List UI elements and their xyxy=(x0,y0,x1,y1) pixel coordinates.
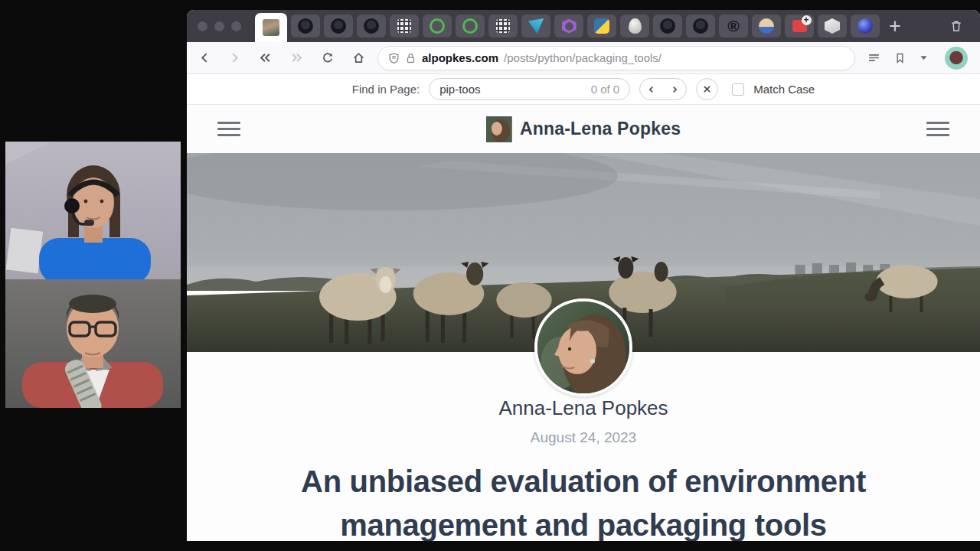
tracking-shield-icon[interactable] xyxy=(388,52,400,64)
post-title: An unbiased evaluation of environment ma… xyxy=(239,460,928,541)
find-input-pill: 0 of 0 xyxy=(429,78,630,100)
purple-hexagon-icon xyxy=(562,19,577,34)
tab-strip: ® xyxy=(255,10,880,42)
post-date: August 24, 2023 xyxy=(187,429,980,446)
menu-hamburger-icon-left[interactable] xyxy=(217,122,240,136)
github-icon xyxy=(364,18,379,34)
reader-mode-icon[interactable] xyxy=(867,52,880,64)
r-mark-icon: ® xyxy=(726,18,741,34)
video-tile-participant-2[interactable] xyxy=(5,279,181,408)
tab-teal-triangle[interactable] xyxy=(521,15,550,37)
tab-grid[interactable] xyxy=(488,15,518,37)
author-profile-photo xyxy=(534,298,632,396)
cube-icon xyxy=(825,18,840,34)
tab-red-plus[interactable] xyxy=(785,15,814,37)
history-back-button[interactable] xyxy=(259,52,272,64)
github-icon xyxy=(693,18,708,34)
post-author: Anna-Lena Popkes xyxy=(187,396,980,420)
site-brand[interactable]: Anna-Lena Popkes xyxy=(486,116,681,142)
find-in-page-label: Find in Page: xyxy=(352,83,420,96)
tab-github[interactable] xyxy=(291,15,320,37)
find-previous-button[interactable] xyxy=(640,79,663,99)
window-zoom-button[interactable] xyxy=(231,21,241,31)
tab-github[interactable] xyxy=(357,15,386,37)
tab-purple-hexagon[interactable] xyxy=(554,15,583,37)
tab-person[interactable] xyxy=(752,15,781,37)
toolbar-dropdown-caret-icon[interactable] xyxy=(920,54,928,61)
home-button[interactable] xyxy=(352,51,365,64)
teal-triangle-icon xyxy=(528,18,544,34)
window-controls xyxy=(198,21,241,31)
python-icon xyxy=(594,18,609,34)
video-tile-participant-1[interactable] xyxy=(5,142,181,279)
tab-green-ring[interactable] xyxy=(456,15,485,37)
history-forward-button[interactable] xyxy=(290,52,303,64)
participant-1-camera xyxy=(5,142,181,279)
lock-icon[interactable] xyxy=(405,52,416,64)
tab-cube[interactable] xyxy=(818,15,847,37)
tab-github[interactable] xyxy=(686,15,715,37)
profile-photo-icon xyxy=(263,19,279,36)
person-icon xyxy=(759,18,774,34)
match-case-label: Match Case xyxy=(753,83,815,96)
find-bar: Find in Page: 0 of 0 Match Case xyxy=(187,74,980,105)
site-brand-avatar xyxy=(486,116,512,142)
tab-bar: ® + xyxy=(187,10,980,42)
grid-icon xyxy=(496,19,510,33)
red-plus-icon xyxy=(792,20,807,32)
grid-icon xyxy=(397,19,411,33)
window-close-button[interactable] xyxy=(198,21,207,31)
participant-2-camera xyxy=(5,279,181,408)
tab-blue-sphere[interactable] xyxy=(851,15,880,37)
find-nav-buttons xyxy=(639,78,687,100)
tab-green-ring[interactable] xyxy=(423,15,452,37)
url-domain: alpopkes.com xyxy=(422,51,498,64)
github-icon xyxy=(298,18,313,34)
match-case-checkbox[interactable] xyxy=(732,83,744,96)
tab-github[interactable] xyxy=(653,15,682,37)
green-ring-icon xyxy=(462,18,478,34)
reload-button[interactable] xyxy=(322,52,334,64)
navigation-toolbar: alpopkes.com/posts/python/packaging_tool… xyxy=(187,42,980,74)
bookmark-icon[interactable] xyxy=(894,52,906,64)
site-title: Anna-Lena Popkes xyxy=(520,119,681,139)
tab-r-mark[interactable]: ® xyxy=(719,15,748,37)
find-close-button[interactable] xyxy=(696,78,718,100)
tab-egg[interactable] xyxy=(620,15,649,37)
browser-profile-avatar[interactable] xyxy=(945,47,968,70)
find-input[interactable] xyxy=(439,83,594,96)
window-minimize-button[interactable] xyxy=(214,21,224,31)
browser-window: ® + xyxy=(187,10,980,541)
github-icon xyxy=(660,18,675,34)
menu-hamburger-icon-right[interactable] xyxy=(926,122,949,136)
find-match-count: 0 of 0 xyxy=(591,83,620,96)
find-next-button[interactable] xyxy=(663,79,686,99)
tab-github[interactable] xyxy=(324,15,353,37)
post-meta: Anna-Lena Popkes August 24, 2023 xyxy=(187,396,980,446)
site-header: Anna-Lena Popkes xyxy=(187,105,980,153)
blue-sphere-icon xyxy=(858,18,873,34)
url-path: /posts/python/packaging_tools/ xyxy=(504,51,662,64)
green-ring-icon xyxy=(430,18,445,34)
web-page: Anna-Lena Popkes xyxy=(187,105,980,541)
back-button[interactable] xyxy=(199,52,211,64)
address-bar[interactable]: alpopkes.com/posts/python/packaging_tool… xyxy=(377,46,855,70)
tab-grid[interactable] xyxy=(390,15,419,37)
egg-icon xyxy=(629,18,642,34)
forward-button[interactable] xyxy=(229,52,240,64)
github-icon xyxy=(331,18,346,34)
tab-profile-photo-active[interactable] xyxy=(255,13,287,42)
trash-icon[interactable] xyxy=(949,19,963,33)
tab-python[interactable] xyxy=(587,15,616,37)
new-tab-button[interactable]: + xyxy=(889,16,901,37)
